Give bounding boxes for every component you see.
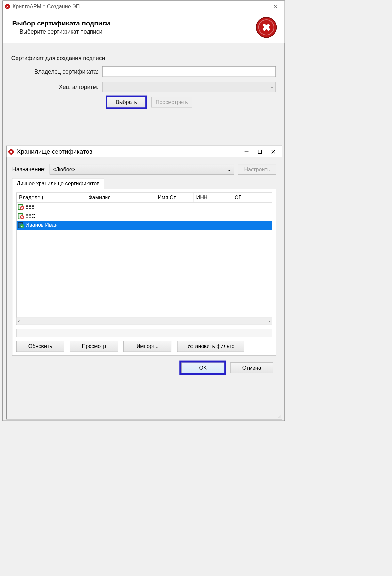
svg-point-19 <box>279 416 279 417</box>
svg-point-20 <box>280 415 280 416</box>
app-icon <box>5 4 10 9</box>
status-bar <box>16 329 272 337</box>
hash-label: Хеш алгоритм: <box>11 84 102 91</box>
cert-invalid-icon <box>18 213 24 219</box>
hash-combo[interactable]: ▾ <box>102 82 276 92</box>
cert-store-window: Хранилище сертификатов Назначение: <Любо… <box>6 146 282 419</box>
svg-point-16 <box>279 417 279 418</box>
tab-personal-store[interactable]: Личное хранилище сертификатов <box>12 178 104 189</box>
app-icon <box>8 149 14 155</box>
svg-point-18 <box>278 417 278 418</box>
purpose-select[interactable]: <Любое> ⌄ <box>50 164 234 174</box>
cell-owner: 88C <box>25 213 35 219</box>
purpose-value: <Любое> <box>53 166 75 173</box>
column-headers[interactable]: Владелец Фамилия Имя От… ИНН ОГ <box>17 193 272 202</box>
col-owner[interactable]: Владелец <box>17 193 86 202</box>
col-name-patr[interactable]: Имя От… <box>155 193 194 202</box>
ok-button[interactable]: OK <box>181 362 224 373</box>
owner-input[interactable] <box>102 66 276 77</box>
minimize-button[interactable] <box>240 146 253 157</box>
owner-label: Владелец сертификата: <box>11 68 102 75</box>
view-button: Просмотреть <box>151 97 192 107</box>
window-title: КриптоАРМ :: Создание ЭП <box>13 3 269 9</box>
cert-list[interactable]: Владелец Фамилия Имя От… ИНН ОГ 888 <box>16 193 272 325</box>
list-item[interactable]: 88C <box>17 212 272 221</box>
purpose-label: Назначение: <box>12 166 46 173</box>
chevron-down-icon: ▾ <box>271 85 273 89</box>
signing-cert-group: Сертификат для создания подписи Владелец… <box>11 59 276 107</box>
cell-owner: 888 <box>25 204 34 210</box>
group-legend: Сертификат для создания подписи <box>11 55 107 62</box>
modal-title: Хранилище сертификатов <box>17 148 240 155</box>
configure-button: Настроить <box>238 164 276 174</box>
scroll-left-icon[interactable]: ‹ <box>18 318 20 324</box>
scroll-right-icon[interactable]: › <box>269 318 270 324</box>
resize-grip-icon[interactable] <box>276 413 281 418</box>
page-heading: Выбор сертификата подписи <box>12 20 255 27</box>
tab-panel: Владелец Фамилия Имя От… ИНН ОГ 888 <box>12 189 276 356</box>
view-cert-button[interactable]: Просмотр <box>70 341 118 352</box>
maximize-button[interactable] <box>253 146 267 157</box>
set-filter-button[interactable]: Установить фильтр <box>177 341 244 352</box>
import-button[interactable]: Импорт... <box>123 341 172 352</box>
chevron-down-icon: ⌄ <box>227 167 231 172</box>
svg-point-6 <box>10 151 12 153</box>
cell-owner: Иванов Иван <box>25 222 57 228</box>
close-button[interactable] <box>267 146 280 157</box>
horizontal-scrollbar[interactable]: ‹ › <box>17 318 272 325</box>
svg-point-17 <box>280 416 280 417</box>
cancel-button[interactable]: Отмена <box>230 362 273 373</box>
col-inn[interactable]: ИНН <box>194 193 232 202</box>
modal-titlebar[interactable]: Хранилище сертификатов <box>7 146 282 157</box>
list-item[interactable]: 888 <box>17 203 272 212</box>
cert-invalid-icon <box>18 204 24 210</box>
select-button[interactable]: Выбрать <box>107 97 145 107</box>
svg-point-15 <box>280 417 280 418</box>
svg-point-14 <box>20 224 24 228</box>
close-button[interactable] <box>269 1 282 12</box>
col-surname[interactable]: Фамилия <box>86 193 155 202</box>
cert-valid-icon <box>18 222 24 228</box>
titlebar[interactable]: КриптоАРМ :: Создание ЭП <box>3 1 284 12</box>
list-item-selected[interactable]: Иванов Иван <box>17 221 272 230</box>
refresh-button[interactable]: Обновить <box>16 341 64 352</box>
col-og[interactable]: ОГ <box>232 193 272 202</box>
page-subheading: Выберите сертификат подписи <box>12 28 255 35</box>
wizard-header: Выбор сертификата подписи Выберите серти… <box>3 12 284 43</box>
brand-icon <box>255 17 277 38</box>
svg-rect-8 <box>258 150 261 153</box>
